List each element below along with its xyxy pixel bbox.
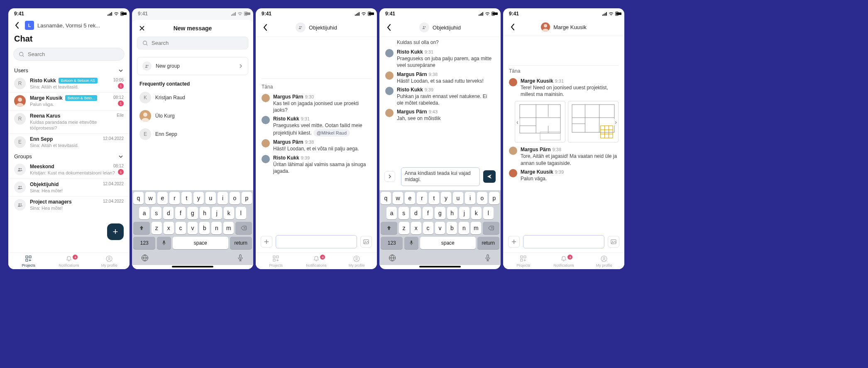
search-field[interactable] (137, 37, 248, 49)
tab-projects[interactable]: Projects (8, 255, 49, 267)
key-c[interactable]: c (423, 222, 433, 234)
backspace-key[interactable] (483, 222, 499, 234)
home-indicator[interactable] (419, 266, 461, 267)
list-item[interactable]: E Enn Sepp Sina: Aitäh et teavitasid. 12… (8, 134, 130, 151)
key-p[interactable]: p (242, 192, 252, 204)
list-item[interactable]: R Risto KukkBetoon & Betoon AS Sina: Ait… (8, 75, 130, 93)
key-u[interactable]: u (453, 192, 463, 204)
key-n[interactable]: n (211, 222, 222, 234)
key-b[interactable]: b (447, 222, 457, 234)
key-h[interactable]: h (447, 207, 457, 219)
tab-notifications[interactable]: 4Notifications (543, 255, 584, 267)
key-u[interactable]: u (205, 192, 216, 204)
key-q[interactable]: q (381, 192, 391, 204)
key-c[interactable]: c (176, 222, 186, 234)
key-d[interactable]: d (163, 207, 174, 219)
key-x[interactable]: x (164, 222, 174, 234)
key-r[interactable]: r (169, 192, 180, 204)
key-f[interactable]: f (175, 207, 186, 219)
key-z[interactable]: z (152, 222, 162, 234)
key-e[interactable]: e (157, 192, 168, 204)
add-attachment-button[interactable] (261, 236, 272, 248)
shift-key[interactable] (133, 222, 150, 234)
key-s[interactable]: s (151, 207, 161, 219)
key-s[interactable]: s (399, 207, 409, 219)
message-list[interactable]: Täna Marge Kuusik9:31Tere! Need on jooni… (503, 36, 624, 232)
send-button[interactable] (483, 170, 496, 183)
tab-projects[interactable]: Projects (256, 255, 296, 267)
key-q[interactable]: q (133, 192, 144, 204)
tab-myprofile[interactable]: My profile (89, 255, 130, 267)
blueprint-thumbnail[interactable] (515, 101, 565, 142)
key-h[interactable]: h (200, 207, 210, 219)
home-indicator[interactable] (172, 266, 213, 267)
chat-title[interactable]: Objektijuhid (261, 22, 372, 32)
backspace-key[interactable] (235, 222, 252, 234)
key-o[interactable]: o (230, 192, 240, 204)
space-key[interactable]: space (173, 237, 228, 249)
message-list[interactable]: Täna Margus Pärn9:30Kas teil on jagada j… (256, 37, 377, 232)
section-groups-header[interactable]: Groups (8, 151, 130, 161)
blueprint-thumbnail[interactable] (568, 101, 619, 142)
expand-composer-button[interactable] (384, 171, 395, 182)
list-item[interactable]: Meeskond Kristjan: Kust ma dokumentatsio… (8, 161, 130, 179)
tab-notifications[interactable]: 4Notifications (296, 255, 336, 267)
contact-row[interactable]: KKristjan Raud (132, 88, 253, 107)
key-j[interactable]: j (459, 207, 469, 219)
key-w[interactable]: w (393, 192, 403, 204)
mic-key[interactable] (157, 237, 171, 249)
add-attachment-button[interactable] (508, 236, 520, 248)
key-m[interactable]: m (223, 222, 234, 234)
message-input[interactable]: Anna kindlasti teada kui vajad midagi. (401, 167, 480, 186)
shift-key[interactable] (381, 222, 397, 234)
key-l[interactable]: l (483, 207, 494, 219)
image-button[interactable] (608, 236, 619, 248)
globe-icon[interactable] (389, 254, 396, 262)
key-l[interactable]: l (236, 207, 246, 219)
key-x[interactable]: x (411, 222, 421, 234)
space-key[interactable]: space (420, 237, 476, 249)
search-input[interactable] (152, 40, 243, 46)
tab-myprofile[interactable]: My profile (337, 255, 377, 267)
image-button[interactable] (360, 236, 372, 248)
return-key[interactable]: return (230, 237, 252, 249)
tab-myprofile[interactable]: My profile (584, 255, 624, 267)
key-o[interactable]: o (477, 192, 487, 204)
chat-title[interactable]: Marge Kuusik (508, 22, 619, 32)
key-k[interactable]: k (471, 207, 482, 219)
list-item[interactable]: Project managers Sina: Hea mõte! 12.04.2… (8, 196, 130, 213)
tab-projects[interactable]: Projects (503, 255, 543, 267)
list-item[interactable]: Objektijuhid Sina: Hea mõte! 12.04.2022 (8, 179, 130, 196)
list-item[interactable]: Marge KuusikBetoon & Beto... Palun väga.… (8, 93, 130, 110)
key-b[interactable]: b (199, 222, 210, 234)
list-item[interactable]: R Reena Karus Kuidas parandada meie ette… (8, 110, 130, 134)
key-j[interactable]: j (212, 207, 222, 219)
key-y[interactable]: y (193, 192, 204, 204)
key-r[interactable]: r (417, 192, 427, 204)
key-w[interactable]: w (145, 192, 156, 204)
chat-title[interactable]: Objektijuhid (384, 22, 496, 32)
mic-key[interactable] (404, 237, 418, 249)
section-users-header[interactable]: Users (8, 65, 130, 75)
message-input[interactable] (523, 235, 604, 248)
return-key[interactable]: return (477, 237, 499, 249)
key-f[interactable]: f (423, 207, 433, 219)
new-group-row[interactable]: New group (137, 57, 248, 75)
key-i[interactable]: i (218, 192, 228, 204)
new-message-fab[interactable]: + (107, 223, 124, 240)
key-z[interactable]: z (399, 222, 409, 234)
key-e[interactable]: e (405, 192, 415, 204)
key-g[interactable]: g (435, 207, 445, 219)
breadcrumb[interactable]: Lasnamäe, Vormsi 5 rek... (37, 22, 100, 29)
numbers-key[interactable]: 123 (133, 237, 155, 249)
contact-row[interactable]: EEnn Sepp (132, 125, 253, 143)
key-p[interactable]: p (489, 192, 499, 204)
contact-row[interactable]: Ülo Kurg (132, 107, 253, 125)
tab-notifications[interactable]: 4Notifications (49, 255, 89, 267)
search-field[interactable] (13, 48, 125, 61)
key-i[interactable]: i (465, 192, 475, 204)
message-input[interactable] (276, 235, 357, 248)
dictate-icon[interactable] (484, 254, 491, 262)
key-d[interactable]: d (411, 207, 421, 219)
numbers-key[interactable]: 123 (381, 237, 403, 249)
